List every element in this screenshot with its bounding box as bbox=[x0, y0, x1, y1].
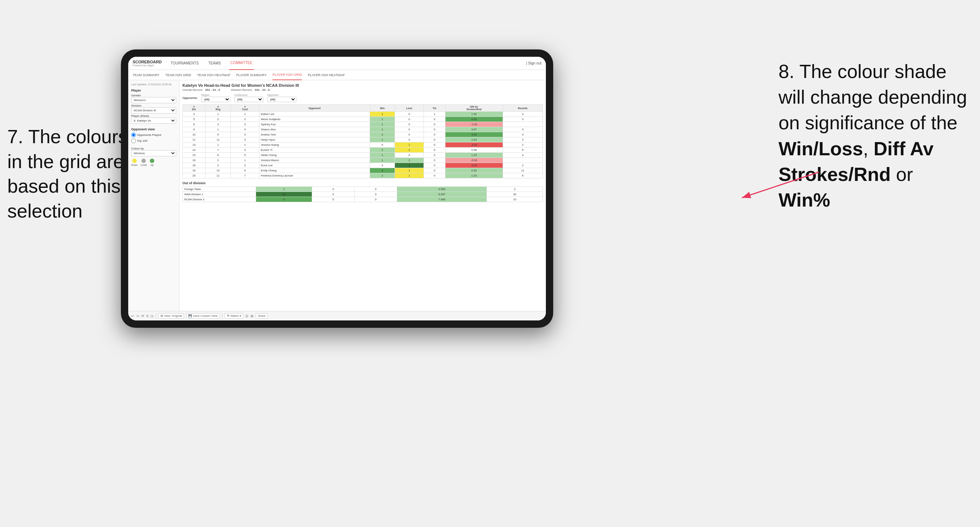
table-row: 11 11 3 Heejo Hyun 1 0 0 3.33 3 bbox=[183, 137, 543, 143]
division-record: Division Record: 331 - 34 - 6 bbox=[231, 88, 270, 92]
filter-opponent-group: Opponent (All) bbox=[267, 94, 296, 102]
grid-area: Katelyn Vo Head-to-Head Grid for Women's… bbox=[180, 80, 546, 311]
nav-tournaments[interactable]: TOURNAMENTS bbox=[169, 57, 200, 70]
reset-icon[interactable]: ⟳ bbox=[142, 314, 144, 318]
table-row: 13 1 1 Jessica Huang 0 1 0 -3.00 2 bbox=[183, 143, 543, 148]
grid-icon[interactable]: ⊞ bbox=[251, 314, 253, 318]
colour-by-select[interactable]: Win/loss bbox=[131, 150, 176, 156]
filter-opponent-label: Opponent bbox=[267, 94, 296, 96]
sub-nav: TEAM SUMMARY TEAM H2H GRID TEAM H2H HEAT… bbox=[128, 70, 546, 80]
subnav-team-summary[interactable]: TEAM SUMMARY bbox=[133, 70, 159, 80]
bottom-toolbar: ↩ ↪ ⟳ ⎘ ◷ ⊞ View: Original 💾 Save Custom… bbox=[128, 311, 546, 321]
legend-label-down: Down bbox=[131, 164, 138, 166]
player-rank-label: Player (Rank) bbox=[131, 114, 176, 117]
subnav-player-h2h-heatmap[interactable]: PLAYER H2H HEATMAP bbox=[308, 70, 345, 80]
last-updated: Last Updated: 27/03/2024 16:55:38 bbox=[131, 83, 176, 86]
colour-section: Colour by Win/loss bbox=[131, 147, 176, 156]
legend: Down Level Up bbox=[131, 159, 176, 166]
view-original-button[interactable]: ⊞ View: Original bbox=[158, 313, 184, 319]
filter-opponent-select[interactable]: (All) bbox=[267, 97, 296, 102]
subnav-player-summary[interactable]: PLAYER SUMMARY bbox=[236, 70, 267, 80]
redo-icon[interactable]: ↪ bbox=[136, 314, 139, 318]
col-reg: #Reg bbox=[205, 105, 231, 112]
out-of-division-table: Foreign Team 1 0 0 4.500 2 NAIA Division… bbox=[183, 186, 543, 202]
filter-conference-label: Conference bbox=[234, 94, 263, 96]
layout-icon[interactable]: ⊡ bbox=[245, 314, 248, 318]
subnav-player-h2h-grid[interactable]: PLAYER H2H GRID bbox=[272, 70, 302, 80]
toolbar-divider-2 bbox=[222, 313, 223, 319]
top-nav: SCOREBOARD Powered by clippd TOURNAMENTS… bbox=[128, 57, 546, 70]
table-row: 18 2 2 Euna Lee 0 1 0 -5.00 2 bbox=[183, 163, 543, 168]
out-division-row: NCAA Division 2 5 0 0 7.400 10 bbox=[183, 197, 543, 202]
col-tie: Tie bbox=[423, 105, 445, 112]
player-rank-select[interactable]: 8. Katelyn Vo bbox=[131, 117, 176, 124]
logo-text: SCOREBOARD bbox=[133, 60, 162, 64]
division-label: Division bbox=[131, 104, 176, 107]
legend-dot-level bbox=[142, 159, 146, 163]
table-row: 19 10 6 Emily Chang 4 1 0 0.30 11 bbox=[183, 168, 543, 173]
sign-out-button[interactable]: | Sign out bbox=[526, 61, 541, 65]
col-div: #Div bbox=[183, 105, 205, 112]
col-opponent: Opponent bbox=[259, 105, 370, 112]
main-content: Last Updated: 27/03/2024 16:55:38 Player… bbox=[128, 80, 546, 311]
table-row: 9 1 4 Sharon Mun 1 0 0 3.67 3 bbox=[183, 127, 543, 132]
opponent-view-title: Opponent view bbox=[131, 127, 176, 131]
col-win: Win bbox=[370, 105, 395, 112]
grid-title: Katelyn Vo Head-to-Head Grid for Women's… bbox=[183, 83, 543, 87]
filter-opponents-label: Opponents: bbox=[183, 96, 197, 100]
filter-region-group: Region (All) bbox=[201, 94, 231, 102]
top100-option[interactable]: Top 100 bbox=[131, 138, 176, 143]
table-row: 20 11 7 Federica Domecq Lacroze 2 1 0 1.… bbox=[183, 173, 543, 178]
annotation-right: 8. The colour shade will change dependin… bbox=[778, 59, 969, 213]
opponents-played-option[interactable]: Opponents Played bbox=[131, 133, 176, 137]
legend-dot-up bbox=[150, 159, 154, 163]
sidebar: Last Updated: 27/03/2024 16:55:38 Player… bbox=[128, 80, 180, 311]
col-diff: Diff AvStrokes/Rnd bbox=[445, 105, 503, 112]
clock-icon[interactable]: ◷ bbox=[151, 314, 153, 318]
logo-sub: Powered by clippd bbox=[133, 64, 162, 67]
gender-select[interactable]: Women's bbox=[131, 97, 176, 103]
out-division-row: NAIA Division 1 15 0 0 9.267 30 bbox=[183, 192, 543, 197]
tablet-screen: SCOREBOARD Powered by clippd TOURNAMENTS… bbox=[128, 57, 546, 321]
undo-icon[interactable]: ↩ bbox=[131, 314, 134, 318]
table-row: 15 8 5 Stella Cheng 1 0 0 1.25 4 bbox=[183, 153, 543, 158]
filter-row: Opponents: Region (All) Conference (All) bbox=[183, 94, 543, 102]
watch-button[interactable]: 👁 Watch ▾ bbox=[224, 313, 243, 319]
table-row: 6 3 3 Sydney Kuo 1 0 0 -1.00 bbox=[183, 122, 543, 127]
out-of-division-title: Out of division bbox=[183, 181, 543, 185]
copy-icon[interactable]: ⎘ bbox=[146, 314, 148, 318]
table-row: 10 6 3 Andrea York 2 0 0 4.00 4 bbox=[183, 132, 543, 137]
table-row: 16 2 1 Jessica Mason 1 2 0 -0.94 bbox=[183, 158, 543, 163]
logo-area: SCOREBOARD Powered by clippd bbox=[133, 60, 162, 67]
subnav-team-h2h-grid[interactable]: TEAM H2H GRID bbox=[165, 70, 191, 80]
share-button[interactable]: Share bbox=[256, 313, 268, 319]
tablet-device: SCOREBOARD Powered by clippd TOURNAMENTS… bbox=[121, 49, 553, 328]
filter-region-select[interactable]: (All) bbox=[201, 97, 231, 102]
subnav-team-h2h-heatmap[interactable]: TEAM H2H HEATMAP bbox=[197, 70, 231, 80]
nav-committee[interactable]: COMMITTEE bbox=[229, 57, 254, 70]
col-rounds: Rounds bbox=[503, 105, 542, 112]
table-row: 14 7 4 Eunice Yi 2 2 0 0.38 9 bbox=[183, 148, 543, 153]
legend-label-up: Up bbox=[150, 164, 153, 166]
filter-region-label: Region bbox=[201, 94, 231, 96]
filter-conference-select[interactable]: (All) bbox=[234, 97, 263, 102]
nav-items: TOURNAMENTS TEAMS COMMITTEE bbox=[169, 57, 526, 70]
nav-teams[interactable]: TEAMS bbox=[207, 57, 223, 70]
out-division-row: Foreign Team 1 0 0 4.500 2 bbox=[183, 187, 543, 192]
opponent-view-section: Opponent view Opponents Played Top 100 bbox=[131, 127, 176, 143]
overall-record: Overall Record: 353 - 34 - 6 bbox=[183, 88, 220, 92]
gender-label: Gender bbox=[131, 94, 176, 97]
table-row: 3 1 1 Esther Lee 1 0 1 1.50 4 bbox=[183, 112, 543, 117]
save-custom-view-button[interactable]: 💾 Save Custom View bbox=[186, 313, 220, 319]
col-loss: Loss bbox=[395, 105, 424, 112]
opponent-view-options: Opponents Played Top 100 bbox=[131, 133, 176, 143]
grid-records: Overall Record: 353 - 34 - 6 Division Re… bbox=[183, 88, 543, 92]
data-table: #Div #Reg #Conf Opponent Win Loss Tie Di… bbox=[183, 105, 543, 178]
player-section-title: Player bbox=[131, 89, 176, 92]
legend-label-level: Level bbox=[141, 164, 147, 166]
toolbar-divider-1 bbox=[156, 313, 156, 319]
legend-dot-down bbox=[132, 159, 137, 163]
col-conf: #Conf bbox=[231, 105, 259, 112]
colour-by-label: Colour by bbox=[131, 147, 176, 150]
division-select[interactable]: NCAA Division III bbox=[131, 107, 176, 114]
